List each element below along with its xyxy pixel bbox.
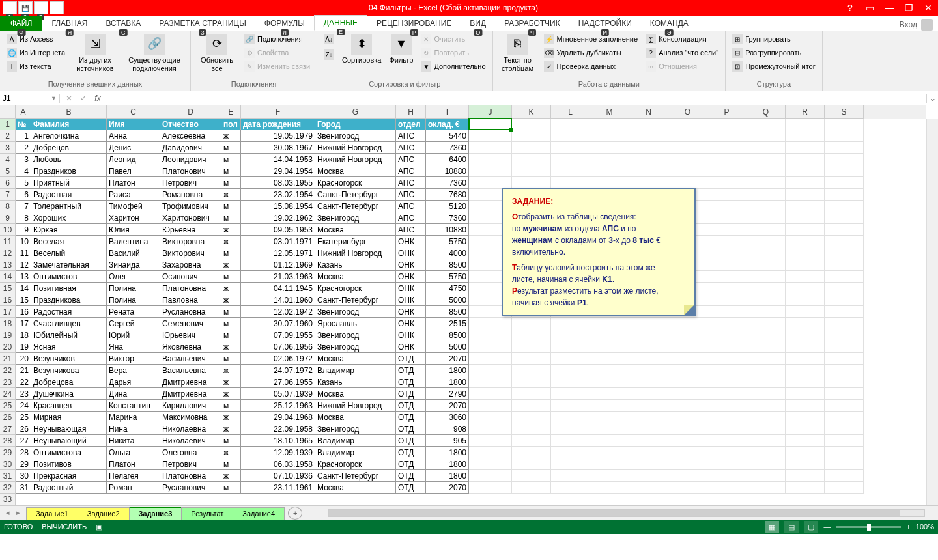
- cell[interactable]: 14.01.1960: [241, 294, 315, 306]
- cell[interactable]: [629, 130, 668, 142]
- cell[interactable]: [590, 412, 629, 423]
- cell[interactable]: Ярославль: [315, 318, 396, 329]
- colhead-Q[interactable]: Q: [746, 105, 786, 119]
- fx-icon[interactable]: fx: [91, 94, 104, 103]
- header-cell[interactable]: Фамилия: [31, 119, 107, 130]
- cell[interactable]: Казань: [315, 259, 396, 271]
- cell[interactable]: [786, 294, 825, 306]
- cell[interactable]: 27: [16, 435, 31, 447]
- cell[interactable]: [629, 329, 668, 341]
- cell[interactable]: 12.05.1971: [241, 247, 315, 259]
- cell[interactable]: Санкт-Петербург: [315, 201, 396, 212]
- cell[interactable]: 5750: [426, 236, 469, 247]
- cell[interactable]: [707, 341, 746, 353]
- rowhead-32[interactable]: 32: [0, 482, 16, 494]
- nav-last-icon[interactable]: ▸: [13, 509, 23, 517]
- cell[interactable]: [746, 329, 786, 341]
- cell[interactable]: Красавцев: [31, 400, 107, 412]
- cell[interactable]: [551, 130, 590, 142]
- cell[interactable]: [746, 177, 786, 189]
- header-cell[interactable]: [825, 119, 864, 130]
- cell[interactable]: [825, 212, 864, 224]
- cell[interactable]: Давидович: [160, 142, 221, 154]
- cell[interactable]: 14: [16, 283, 31, 294]
- cell[interactable]: Звенигород: [315, 423, 396, 435]
- tab-рецензирование[interactable]: РЕЦЕНЗИРОВАНИЕР: [367, 16, 461, 31]
- cell[interactable]: 19.05.1979: [241, 130, 315, 142]
- cell[interactable]: [590, 447, 629, 458]
- cell[interactable]: [590, 318, 629, 329]
- cell[interactable]: [707, 482, 746, 494]
- cell[interactable]: [469, 423, 512, 435]
- cell[interactable]: [786, 458, 825, 470]
- cell[interactable]: [786, 201, 825, 212]
- rowhead-24[interactable]: 24: [0, 388, 16, 400]
- cell[interactable]: [668, 400, 707, 412]
- cell[interactable]: м: [221, 400, 241, 412]
- close-button[interactable]: ✕: [918, 0, 938, 16]
- cell[interactable]: [707, 294, 746, 306]
- cell[interactable]: Полина: [107, 294, 160, 306]
- cell[interactable]: [469, 458, 512, 470]
- cell[interactable]: [629, 318, 668, 329]
- cell[interactable]: [746, 130, 786, 142]
- tab-команда[interactable]: КомандаЭ: [641, 16, 698, 31]
- cell[interactable]: [469, 341, 512, 353]
- header-cell[interactable]: [746, 119, 786, 130]
- cell[interactable]: Санкт-Петербург: [315, 294, 396, 306]
- cell[interactable]: [629, 376, 668, 388]
- cell[interactable]: [746, 400, 786, 412]
- cell[interactable]: Красногорск: [315, 283, 396, 294]
- header-cell[interactable]: Город: [315, 119, 396, 130]
- cell[interactable]: Владимир: [315, 435, 396, 447]
- cell[interactable]: ОТД: [396, 388, 426, 400]
- cell[interactable]: м: [221, 458, 241, 470]
- cell[interactable]: 13: [16, 271, 31, 283]
- cell[interactable]: [825, 177, 864, 189]
- cell[interactable]: 30.07.1960: [241, 318, 315, 329]
- cell[interactable]: Толерантный: [31, 201, 107, 212]
- cell[interactable]: [746, 212, 786, 224]
- cell[interactable]: 30.08.1967: [241, 142, 315, 154]
- cell[interactable]: 19: [16, 341, 31, 353]
- cell[interactable]: [707, 212, 746, 224]
- cell[interactable]: [629, 365, 668, 376]
- cell[interactable]: 23: [16, 388, 31, 400]
- cell[interactable]: [629, 388, 668, 400]
- cell[interactable]: м: [221, 165, 241, 177]
- filter-button[interactable]: ▼Фильтр: [386, 33, 416, 66]
- cell[interactable]: [551, 142, 590, 154]
- cell[interactable]: [825, 224, 864, 236]
- cell[interactable]: 4000: [426, 247, 469, 259]
- cell[interactable]: Юркая: [31, 224, 107, 236]
- cell[interactable]: [825, 365, 864, 376]
- cell[interactable]: [746, 142, 786, 154]
- cell[interactable]: [746, 154, 786, 165]
- name-box[interactable]: ▼: [0, 94, 60, 103]
- cell[interactable]: м: [221, 306, 241, 318]
- cell[interactable]: [825, 130, 864, 142]
- cell[interactable]: 22: [16, 376, 31, 388]
- cell[interactable]: Праздникова: [31, 294, 107, 306]
- cell[interactable]: [590, 376, 629, 388]
- colhead-G[interactable]: G: [315, 105, 396, 119]
- cell[interactable]: 14.04.1953: [241, 154, 315, 165]
- cell[interactable]: [746, 353, 786, 365]
- cell[interactable]: [707, 458, 746, 470]
- header-cell[interactable]: [590, 119, 629, 130]
- cell[interactable]: [668, 435, 707, 447]
- cell[interactable]: 25.12.1963: [241, 400, 315, 412]
- cell[interactable]: [590, 165, 629, 177]
- cell[interactable]: 10880: [426, 224, 469, 236]
- rowhead-29[interactable]: 29: [0, 447, 16, 458]
- help-button[interactable]: ?: [840, 0, 860, 16]
- cell[interactable]: 5: [16, 177, 31, 189]
- rowhead-6[interactable]: 6: [0, 177, 16, 189]
- cell[interactable]: 26: [16, 423, 31, 435]
- cell[interactable]: [668, 318, 707, 329]
- cell[interactable]: Оптимистов: [31, 271, 107, 283]
- cell[interactable]: Николаевна: [160, 423, 221, 435]
- add-sheet-button[interactable]: +: [288, 507, 302, 520]
- tab-главная[interactable]: ГЛАВНАЯЯ: [42, 16, 96, 31]
- cell[interactable]: [668, 365, 707, 376]
